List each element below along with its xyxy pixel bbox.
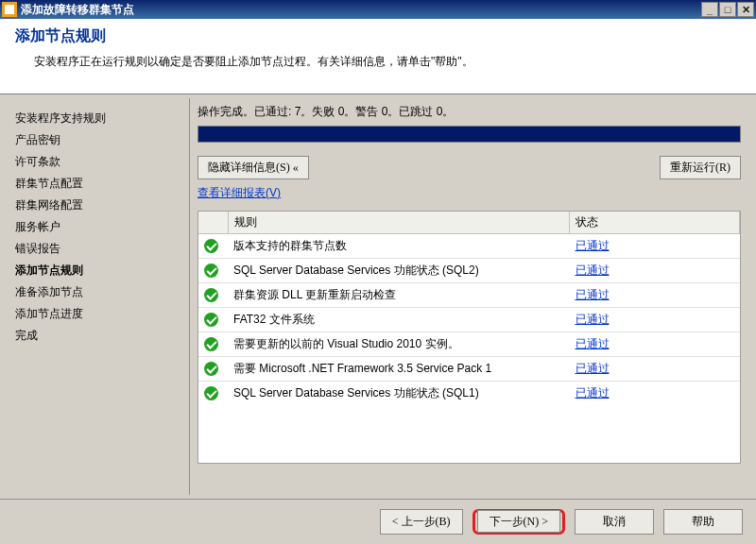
minimize-button[interactable]: _: [701, 2, 718, 17]
rerun-button[interactable]: 重新运行(R): [660, 156, 741, 179]
hide-details-label: 隐藏详细信息(S) «: [208, 160, 299, 176]
rule-cell: SQL Server Database Services 功能状态 (SQL1): [228, 382, 570, 406]
status-link[interactable]: 已通过: [576, 264, 610, 277]
wizard-sidebar: 安装程序支持规则产品密钥许可条款群集节点配置群集网络配置服务帐户错误报告添加节点…: [0, 94, 189, 499]
check-icon: [204, 264, 218, 278]
check-icon: [204, 313, 218, 327]
operation-status: 操作完成。已通过: 7。失败 0。警告 0。已跳过 0。: [198, 104, 741, 120]
table-row: SQL Server Database Services 功能状态 (SQL2)…: [198, 259, 740, 283]
rule-cell: 版本支持的群集节点数: [228, 234, 570, 259]
table-row: FAT32 文件系统已通过: [198, 308, 740, 332]
check-icon: [204, 239, 218, 253]
sidebar-item-5[interactable]: 服务帐户: [15, 216, 189, 238]
table-row: SQL Server Database Services 功能状态 (SQL1)…: [198, 382, 740, 406]
status-link[interactable]: 已通过: [576, 313, 610, 326]
col-icon: [198, 212, 228, 234]
check-icon: [204, 337, 218, 351]
status-link[interactable]: 已通过: [576, 288, 610, 301]
rules-table: 规则 状态 版本支持的群集节点数已通过SQL Server Database S…: [198, 212, 740, 405]
app-icon: [2, 2, 17, 17]
sidebar-item-1[interactable]: 产品密钥: [15, 129, 189, 151]
sidebar-item-7[interactable]: 添加节点规则: [15, 260, 189, 281]
rule-cell: SQL Server Database Services 功能状态 (SQL2): [228, 259, 570, 283]
next-button[interactable]: 下一步(N) >: [477, 510, 560, 533]
page-description: 安装程序正在运行规则以确定是否要阻止添加节点过程。有关详细信息，请单击"帮助"。: [34, 54, 741, 70]
progress-bar: [198, 126, 741, 143]
sidebar-item-3[interactable]: 群集节点配置: [15, 173, 189, 195]
sidebar-item-8[interactable]: 准备添加节点: [15, 281, 189, 303]
sidebar-item-10[interactable]: 完成: [15, 325, 189, 347]
table-row: 需要更新的以前的 Visual Studio 2010 实例。已通过: [198, 332, 740, 357]
hide-details-button[interactable]: 隐藏详细信息(S) «: [198, 156, 309, 179]
back-button[interactable]: < 上一步(B): [380, 509, 463, 535]
close-button[interactable]: ✕: [737, 2, 754, 17]
table-row: 版本支持的群集节点数已通过: [198, 234, 740, 259]
check-icon: [204, 386, 218, 400]
sidebar-item-6[interactable]: 错误报告: [15, 238, 189, 260]
status-link[interactable]: 已通过: [576, 362, 610, 375]
table-row: 群集资源 DLL 更新重新启动检查已通过: [198, 283, 740, 308]
wizard-footer: < 上一步(B) 下一步(N) > 取消 帮助: [0, 499, 756, 544]
col-rule: 规则: [228, 212, 570, 234]
view-report-link[interactable]: 查看详细报表(V): [198, 186, 281, 199]
rule-cell: 需要 Microsoft .NET Framework 3.5 Service …: [228, 357, 570, 382]
rule-cell: 需要更新的以前的 Visual Studio 2010 实例。: [228, 332, 570, 357]
status-link[interactable]: 已通过: [576, 386, 610, 400]
next-button-highlight: 下一步(N) >: [472, 509, 565, 535]
status-link[interactable]: 已通过: [576, 239, 610, 252]
window-title: 添加故障转移群集节点: [21, 2, 701, 18]
rule-cell: FAT32 文件系统: [228, 308, 570, 332]
maximize-button[interactable]: □: [719, 2, 736, 17]
rule-cell: 群集资源 DLL 更新重新启动检查: [228, 283, 570, 308]
check-icon: [204, 288, 218, 302]
page-header: 添加节点规则 安装程序正在运行规则以确定是否要阻止添加节点过程。有关详细信息，请…: [0, 19, 756, 94]
sidebar-item-0[interactable]: 安装程序支持规则: [15, 108, 189, 129]
sidebar-item-4[interactable]: 群集网络配置: [15, 195, 189, 216]
col-status: 状态: [570, 212, 740, 234]
page-title: 添加节点规则: [15, 26, 741, 46]
status-link[interactable]: 已通过: [576, 337, 610, 350]
sidebar-item-2[interactable]: 许可条款: [15, 151, 189, 173]
rules-table-container: 规则 状态 版本支持的群集节点数已通过SQL Server Database S…: [198, 211, 741, 464]
check-icon: [204, 362, 218, 376]
rerun-label: 重新运行(R): [670, 160, 730, 176]
window-titlebar: 添加故障转移群集节点 _ □ ✕: [0, 0, 756, 19]
main-panel: 操作完成。已通过: 7。失败 0。警告 0。已跳过 0。 隐藏详细信息(S) «…: [189, 98, 748, 495]
table-row: 需要 Microsoft .NET Framework 3.5 Service …: [198, 357, 740, 382]
help-button[interactable]: 帮助: [663, 509, 743, 535]
cancel-button[interactable]: 取消: [575, 509, 654, 535]
sidebar-item-9[interactable]: 添加节点进度: [15, 303, 189, 325]
